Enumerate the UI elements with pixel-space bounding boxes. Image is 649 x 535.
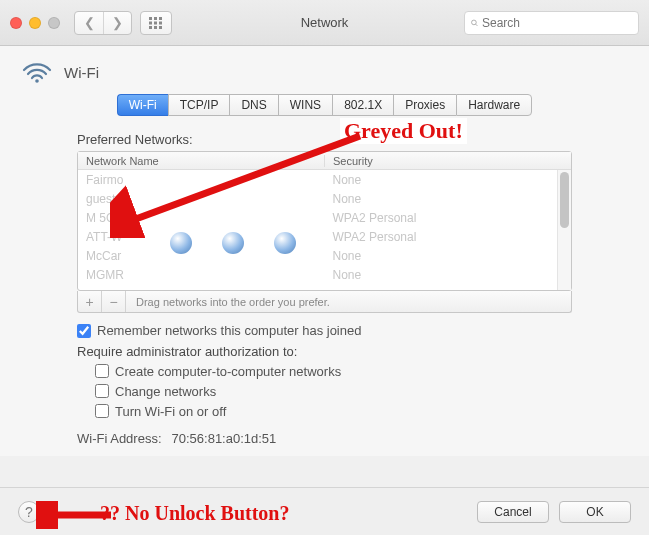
svg-rect-5 (159, 21, 162, 24)
content-area: Wi-Fi Wi-Fi TCP/IP DNS WINS 802.1X Proxi… (0, 46, 649, 456)
preferred-networks-table: Network Name Security FairmoNone guest-N… (77, 151, 572, 291)
svg-rect-0 (149, 17, 152, 20)
svg-rect-3 (149, 21, 152, 24)
wifi-address-value: 70:56:81:a0:1d:51 (172, 431, 277, 446)
scroll-thumb[interactable] (560, 172, 569, 228)
window-controls (10, 17, 60, 29)
annotation-greyed-out: Greyed Out! (340, 118, 467, 144)
svg-rect-6 (149, 26, 152, 29)
table-row[interactable]: McCarNone (78, 246, 571, 265)
ok-button[interactable]: OK (559, 501, 631, 523)
remove-network-button[interactable]: − (102, 291, 126, 312)
forward-button[interactable]: ❯ (103, 12, 131, 34)
col-network-name[interactable]: Network Name (78, 155, 325, 167)
help-icon: ? (25, 504, 33, 520)
auth-options: Create computer-to-computer networks Cha… (77, 361, 572, 421)
grid-icon (149, 17, 163, 29)
titlebar: ❮ ❯ Network (0, 0, 649, 46)
table-row[interactable]: MGMRNone (78, 265, 571, 284)
drag-hint: Drag networks into the order you prefer. (126, 296, 330, 308)
remember-networks-label: Remember networks this computer has join… (97, 323, 361, 338)
auth-option-checkbox[interactable] (95, 364, 109, 378)
auth-option-label: Create computer-to-computer networks (115, 364, 341, 379)
cell-name: McCar (78, 249, 325, 263)
preferred-networks-label: Preferred Networks: (77, 132, 572, 147)
cell-security: None (325, 192, 572, 206)
wifi-header: Wi-Fi (22, 60, 627, 84)
cell-name: guest- (78, 192, 325, 206)
auth-option-row[interactable]: Change networks (95, 381, 572, 401)
svg-rect-1 (154, 17, 157, 20)
scrollbar[interactable] (557, 170, 571, 290)
cell-security: None (325, 268, 572, 282)
tab-proxies[interactable]: Proxies (393, 94, 456, 116)
tab-tcpip[interactable]: TCP/IP (168, 94, 230, 116)
cell-name: ATT-W (78, 230, 325, 244)
col-security[interactable]: Security (325, 155, 571, 167)
cell-security: WPA2 Personal (325, 211, 572, 225)
remember-networks-row[interactable]: Remember networks this computer has join… (77, 323, 572, 338)
minimize-window[interactable] (29, 17, 41, 29)
tab-hardware[interactable]: Hardware (456, 94, 532, 116)
cell-name: MGMR (78, 268, 325, 282)
close-window[interactable] (10, 17, 22, 29)
table-row[interactable]: FairmoNone (78, 170, 571, 189)
table-row[interactable]: M 5GHWPA2 Personal (78, 208, 571, 227)
settings-tabs: Wi-Fi TCP/IP DNS WINS 802.1X Proxies Har… (82, 94, 567, 116)
tab-wins[interactable]: WINS (278, 94, 332, 116)
auth-option-checkbox[interactable] (95, 404, 109, 418)
back-button[interactable]: ❮ (75, 12, 103, 34)
tab-dns[interactable]: DNS (229, 94, 277, 116)
add-remove-bar: + − Drag networks into the order you pre… (77, 291, 572, 313)
auth-option-label: Change networks (115, 384, 216, 399)
svg-rect-2 (159, 17, 162, 20)
cell-name: Fairmo (78, 173, 325, 187)
svg-point-9 (472, 20, 477, 25)
cancel-button[interactable]: Cancel (477, 501, 549, 523)
svg-rect-7 (154, 26, 157, 29)
footer-buttons: Cancel OK (477, 501, 631, 523)
svg-line-10 (476, 24, 478, 26)
wifi-header-label: Wi-Fi (64, 64, 99, 81)
table-header: Network Name Security (78, 152, 571, 170)
svg-rect-8 (159, 26, 162, 29)
svg-point-11 (35, 79, 39, 83)
cell-security: WPA2 Personal (325, 230, 572, 244)
footer-bar: ? Cancel OK (0, 487, 649, 535)
auth-option-checkbox[interactable] (95, 384, 109, 398)
cell-security: None (325, 249, 572, 263)
show-all-button[interactable] (140, 11, 172, 35)
search-field-wrap[interactable] (464, 11, 639, 35)
auth-label: Require administrator authorization to: (77, 344, 572, 359)
remember-networks-checkbox[interactable] (77, 324, 91, 338)
nav-back-forward: ❮ ❯ (74, 11, 132, 35)
wifi-icon (22, 60, 52, 84)
wifi-address-label: Wi-Fi Address: (77, 431, 162, 446)
cell-name: M 5GH (78, 211, 325, 225)
svg-rect-4 (154, 21, 157, 24)
table-row[interactable]: guest-None (78, 189, 571, 208)
table-body: FairmoNone guest-None M 5GHWPA2 Personal… (78, 170, 571, 290)
tab-wifi[interactable]: Wi-Fi (117, 94, 168, 116)
help-button[interactable]: ? (18, 501, 40, 523)
zoom-window[interactable] (48, 17, 60, 29)
table-row[interactable]: ATT-WWPA2 Personal (78, 227, 571, 246)
tab-8021x[interactable]: 802.1X (332, 94, 393, 116)
annotation-no-unlock: ?? No Unlock Button? (100, 502, 289, 525)
add-network-button[interactable]: + (78, 291, 102, 312)
cell-security: None (325, 173, 572, 187)
search-input[interactable] (482, 16, 632, 30)
auth-option-label: Turn Wi-Fi on or off (115, 404, 226, 419)
wifi-address-row: Wi-Fi Address: 70:56:81:a0:1d:51 (77, 431, 572, 446)
search-icon (471, 17, 478, 29)
auth-option-row[interactable]: Turn Wi-Fi on or off (95, 401, 572, 421)
auth-option-row[interactable]: Create computer-to-computer networks (95, 361, 572, 381)
